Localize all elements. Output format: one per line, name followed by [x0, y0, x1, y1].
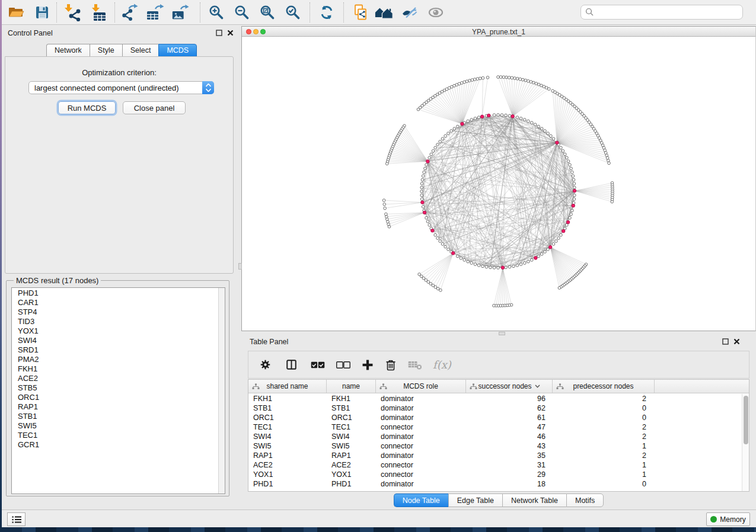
- graph-node[interactable]: [570, 213, 573, 216]
- table-tab-motifs[interactable]: Motifs: [566, 493, 604, 507]
- graph-node[interactable]: [432, 149, 435, 152]
- graph-node[interactable]: [467, 120, 470, 123]
- float-window-button[interactable]: [722, 338, 729, 345]
- graph-node[interactable]: [425, 164, 428, 166]
- graph-hub-node[interactable]: [534, 257, 538, 260]
- graph-fan-node[interactable]: [385, 162, 388, 165]
- mcds-result-item[interactable]: STB1: [12, 412, 225, 421]
- graph-node[interactable]: [527, 260, 530, 263]
- cell-shared-name[interactable]: TEC1: [248, 422, 327, 432]
- graph-node[interactable]: [560, 146, 563, 149]
- graph-node[interactable]: [530, 121, 533, 124]
- add-column-icon[interactable]: [361, 358, 374, 371]
- graph-hub-node[interactable]: [562, 229, 565, 233]
- graph-fan-node[interactable]: [524, 79, 527, 82]
- table-row[interactable]: STB1STB1dominator620: [248, 403, 749, 413]
- cell-mcds-role[interactable]: dominator: [376, 451, 466, 460]
- graph-node[interactable]: [527, 120, 530, 123]
- graph-fan-node[interactable]: [516, 77, 519, 80]
- graph-node[interactable]: [434, 146, 437, 149]
- mcds-result-item[interactable]: TEC1: [12, 431, 225, 440]
- graph-hub-node[interactable]: [566, 220, 570, 224]
- network-canvas[interactable]: [242, 37, 755, 331]
- graph-fan-node[interactable]: [547, 88, 550, 91]
- graph-hub-node[interactable]: [480, 115, 484, 118]
- graph-fan-node[interactable]: [476, 78, 479, 81]
- control-tab-select[interactable]: Select: [122, 44, 159, 57]
- graph-node[interactable]: [572, 178, 575, 181]
- cell-name[interactable]: PHD1: [327, 479, 376, 489]
- close-panel-button[interactable]: [227, 30, 234, 36]
- graph-node[interactable]: [439, 140, 442, 143]
- table-row[interactable]: PHD1PHD1dominator180: [248, 479, 749, 489]
- show-all-button[interactable]: [426, 4, 445, 21]
- cell-successor-nodes[interactable]: 18: [466, 479, 553, 489]
- graph-fan-node[interactable]: [527, 79, 530, 82]
- graph-node[interactable]: [544, 130, 547, 133]
- cell-successor-nodes[interactable]: 61: [466, 413, 553, 422]
- graph-node[interactable]: [420, 186, 423, 189]
- graph-node[interactable]: [470, 118, 473, 121]
- table-row[interactable]: SWI5SWI5connector431: [248, 441, 749, 451]
- open-file-button[interactable]: [7, 4, 25, 21]
- graph-node[interactable]: [420, 194, 423, 197]
- cell-successor-nodes[interactable]: 47: [466, 422, 553, 432]
- close-panel-button[interactable]: Close panel: [123, 101, 186, 114]
- graph-fan-node[interactable]: [608, 162, 611, 165]
- graph-node[interactable]: [422, 206, 425, 209]
- graph-node[interactable]: [450, 130, 453, 133]
- deselect-all-columns-icon[interactable]: [336, 360, 351, 370]
- graph-hub-node[interactable]: [431, 229, 435, 232]
- graph-node[interactable]: [481, 265, 484, 268]
- graph-node[interactable]: [430, 153, 433, 156]
- graph-fan-node[interactable]: [529, 81, 532, 84]
- graph-node[interactable]: [420, 198, 423, 201]
- graph-hub-node[interactable]: [426, 160, 430, 164]
- graph-node[interactable]: [560, 233, 563, 236]
- graph-node[interactable]: [420, 190, 423, 193]
- graph-node[interactable]: [567, 160, 570, 163]
- cell-shared-name[interactable]: RAP1: [248, 451, 327, 460]
- graph-fan-node[interactable]: [607, 159, 610, 162]
- graph-node[interactable]: [424, 167, 427, 170]
- mcds-result-item[interactable]: STB5: [12, 383, 225, 393]
- cell-mcds-role[interactable]: connector: [376, 441, 466, 451]
- graph-node[interactable]: [447, 248, 450, 251]
- graph-node[interactable]: [420, 182, 423, 185]
- graph-node[interactable]: [436, 143, 439, 146]
- control-tab-style[interactable]: Style: [90, 44, 122, 57]
- refresh-view-button[interactable]: [317, 4, 336, 21]
- cell-shared-name[interactable]: PHD1: [248, 479, 327, 489]
- graph-fan-node[interactable]: [521, 78, 524, 81]
- table-row[interactable]: SWI4SWI4dominator462: [248, 432, 749, 441]
- graph-hub-node[interactable]: [421, 201, 425, 204]
- graph-node[interactable]: [439, 240, 442, 243]
- table-row[interactable]: ORC1ORC1dominator610: [248, 413, 749, 422]
- graph-node[interactable]: [425, 216, 428, 219]
- graph-node[interactable]: [497, 267, 500, 270]
- graph-node[interactable]: [540, 253, 543, 256]
- graph-node[interactable]: [453, 127, 456, 130]
- graph-fan-node[interactable]: [384, 207, 387, 210]
- cell-successor-nodes[interactable]: 35: [466, 451, 553, 460]
- graph-node[interactable]: [565, 156, 568, 159]
- graph-fan-node[interactable]: [468, 79, 471, 82]
- graph-node[interactable]: [573, 198, 576, 201]
- graph-node[interactable]: [540, 127, 543, 130]
- graph-node[interactable]: [508, 265, 511, 268]
- graph-node[interactable]: [500, 114, 503, 117]
- graph-node[interactable]: [569, 164, 572, 166]
- run-mcds-button[interactable]: Run MCDS: [58, 101, 116, 114]
- delete-column-icon[interactable]: [384, 358, 397, 371]
- graph-hub-node[interactable]: [511, 115, 515, 118]
- table-tab-edge-table[interactable]: Edge Table: [448, 493, 502, 507]
- save-session-button[interactable]: [33, 4, 52, 21]
- graph-node[interactable]: [557, 237, 560, 240]
- float-window-button[interactable]: [216, 30, 222, 36]
- graph-node[interactable]: [534, 123, 537, 126]
- mcds-result-item[interactable]: FKH1: [12, 364, 225, 374]
- cell-successor-nodes[interactable]: 62: [466, 403, 553, 413]
- cell-mcds-role[interactable]: dominator: [376, 479, 466, 489]
- export-network-button[interactable]: [121, 4, 140, 21]
- cell-predecessor-nodes[interactable]: 1: [553, 470, 655, 479]
